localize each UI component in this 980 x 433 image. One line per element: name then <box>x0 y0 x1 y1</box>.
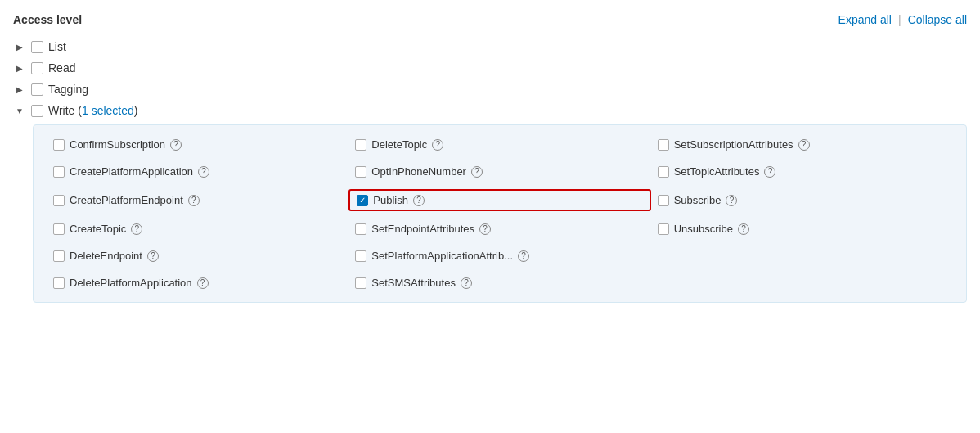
perm-unsubscribe: Unsubscribe ? <box>651 219 953 238</box>
label-set-sub-attrs: SetSubscriptionAttributes <box>674 138 793 151</box>
checkbox-subscribe[interactable] <box>658 195 669 206</box>
checkbox-write[interactable] <box>31 105 43 117</box>
label-create-platform-app: CreatePlatformApplication <box>70 165 193 178</box>
help-icon-subscribe[interactable]: ? <box>726 195 737 206</box>
help-icon-unsubscribe[interactable]: ? <box>738 223 749 235</box>
label-publish: Publish <box>373 194 408 206</box>
label-unsubscribe: Unsubscribe <box>674 223 733 235</box>
help-icon-set-ep-attrs[interactable]: ? <box>479 223 491 235</box>
tree-item-list: List <box>13 36 967 57</box>
tree-item-tagging: Tagging <box>13 79 967 100</box>
collapse-all-link[interactable]: Collapse all <box>908 13 967 26</box>
help-icon-set-sms-attrs[interactable]: ? <box>461 277 472 289</box>
label-delete-endpoint: DeleteEndpoint <box>70 250 142 262</box>
checkbox-opt-in-phone[interactable] <box>355 166 366 178</box>
label-set-platform-app-attrib: SetPlatformApplicationAttrib... <box>371 250 513 262</box>
label-create-platform-ep: CreatePlatformEndpoint <box>70 194 183 206</box>
perm-create-platform-ep: CreatePlatformEndpoint ? <box>47 189 348 211</box>
label-list: List <box>48 40 66 53</box>
perm-create-platform-app: CreatePlatformApplication ? <box>47 162 348 181</box>
help-icon-create-platform-app[interactable]: ? <box>198 166 209 178</box>
checkbox-set-sub-attrs[interactable] <box>658 139 669 151</box>
expand-arrow-write[interactable] <box>13 104 26 117</box>
checkbox-publish[interactable] <box>357 195 368 206</box>
perm-delete-platform-app: DeletePlatformApplication ? <box>47 273 348 292</box>
perm-set-platform-app-attrib: SetPlatformApplicationAttrib... ? <box>348 246 650 265</box>
label-opt-in-phone: OptInPhoneNumber <box>371 165 466 178</box>
perm-confirm-subscription: ConfirmSubscription ? <box>47 135 348 154</box>
checkbox-delete-topic[interactable] <box>355 139 366 151</box>
access-level-container: Access level Expand all | Collapse all L… <box>13 13 967 303</box>
label-tagging: Tagging <box>48 83 88 96</box>
expand-arrow-list[interactable] <box>13 40 26 53</box>
expand-all-link[interactable]: Expand all <box>838 13 892 26</box>
checkbox-tagging[interactable] <box>31 83 43 96</box>
checkbox-confirm-sub[interactable] <box>53 139 65 151</box>
perm-subscribe: Subscribe ? <box>651 189 953 211</box>
label-delete-topic: DeleteTopic <box>371 138 427 151</box>
help-icon-create-platform-ep[interactable]: ? <box>188 195 200 206</box>
tree-item-write: Write (1 selected) <box>13 100 967 121</box>
perm-empty-1 <box>651 246 953 265</box>
perm-set-ep-attrs: SetEndpointAttributes ? <box>348 219 650 238</box>
checkbox-set-platform-app-attrib[interactable] <box>355 250 366 262</box>
help-icon-set-topic-attrs[interactable]: ? <box>764 166 775 178</box>
checkbox-read[interactable] <box>31 62 43 74</box>
header-links: Expand all | Collapse all <box>838 13 967 26</box>
help-icon-delete-platform-app[interactable]: ? <box>197 277 209 289</box>
help-icon-delete-endpoint[interactable]: ? <box>147 250 159 262</box>
label-read: Read <box>48 61 75 74</box>
checkbox-create-topic[interactable] <box>53 223 65 235</box>
label-subscribe: Subscribe <box>674 194 722 206</box>
checkbox-delete-endpoint[interactable] <box>53 250 65 262</box>
label-set-sms-attrs: SetSMSAttributes <box>371 277 456 289</box>
label-confirm-sub: ConfirmSubscription <box>70 138 165 151</box>
help-icon-set-sub-attrs[interactable]: ? <box>798 139 810 151</box>
perm-set-sub-attrs: SetSubscriptionAttributes ? <box>651 135 953 154</box>
label-delete-platform-app: DeletePlatformApplication <box>70 277 192 289</box>
perm-opt-in-phone: OptInPhoneNumber ? <box>348 162 650 181</box>
help-icon-publish[interactable]: ? <box>413 195 425 206</box>
link-divider: | <box>898 13 901 26</box>
help-icon-confirm-sub[interactable]: ? <box>170 139 182 151</box>
checkbox-create-platform-ep[interactable] <box>53 195 65 206</box>
expand-arrow-tagging[interactable] <box>13 83 26 96</box>
permissions-grid: ConfirmSubscription ? DeleteTopic ? SetS… <box>47 135 953 292</box>
checkbox-unsubscribe[interactable] <box>658 223 669 235</box>
help-icon-set-platform-app-attrib[interactable]: ? <box>518 250 529 262</box>
label-set-topic-attrs: SetTopicAttributes <box>674 165 760 178</box>
checkbox-list[interactable] <box>31 41 43 53</box>
checkbox-set-topic-attrs[interactable] <box>658 166 669 178</box>
label-write: Write (1 selected) <box>48 104 137 117</box>
help-icon-delete-topic[interactable]: ? <box>432 139 443 151</box>
expand-arrow-read[interactable] <box>13 61 26 74</box>
label-set-ep-attrs: SetEndpointAttributes <box>371 223 474 235</box>
perm-delete-topic: DeleteTopic ? <box>348 135 650 154</box>
write-selected-count: 1 selected <box>82 104 134 117</box>
perm-set-topic-attrs: SetTopicAttributes ? <box>651 162 953 181</box>
checkbox-set-sms-attrs[interactable] <box>355 277 366 289</box>
access-level-title: Access level <box>13 13 82 26</box>
access-level-header: Access level Expand all | Collapse all <box>13 13 967 26</box>
perm-delete-endpoint: DeleteEndpoint ? <box>47 246 348 265</box>
help-icon-create-topic[interactable]: ? <box>131 223 142 235</box>
label-create-topic: CreateTopic <box>70 223 126 235</box>
checkbox-delete-platform-app[interactable] <box>53 277 65 289</box>
perm-create-topic: CreateTopic ? <box>47 219 348 238</box>
checkbox-set-ep-attrs[interactable] <box>355 223 366 235</box>
help-icon-opt-in-phone[interactable]: ? <box>471 166 483 178</box>
write-expanded-panel: ConfirmSubscription ? DeleteTopic ? SetS… <box>33 124 967 303</box>
perm-publish: Publish ? <box>348 189 650 211</box>
checkbox-create-platform-app[interactable] <box>53 166 65 178</box>
tree-item-read: Read <box>13 57 967 79</box>
perm-empty-2 <box>651 273 953 292</box>
perm-set-sms-attrs: SetSMSAttributes ? <box>348 273 650 292</box>
